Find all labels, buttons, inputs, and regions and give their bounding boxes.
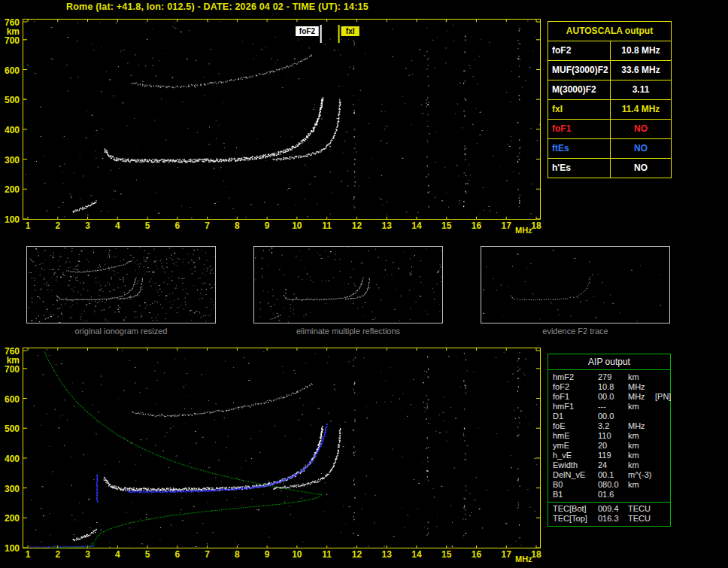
aip-param-name: B0 xyxy=(553,480,598,490)
param-value: NO xyxy=(611,120,671,138)
y-tick-label: 600 xyxy=(5,394,20,405)
param-label: foF2 xyxy=(548,41,611,60)
aip-param-value: 080.0 xyxy=(598,480,628,490)
param-label: MUF(3000)F2 xyxy=(548,61,611,80)
param-value: 33.6 MHz xyxy=(611,61,671,80)
aip-param-value: 009.4 xyxy=(598,504,628,514)
aip-param-value: 24 xyxy=(598,460,628,470)
aip-param-value: 01.6 xyxy=(598,490,628,500)
x-tick-label: 7 xyxy=(199,549,216,560)
param-value: NO xyxy=(611,159,671,178)
svg-text:foF2: foF2 xyxy=(299,27,316,35)
aip-param-unit: TECU xyxy=(628,504,655,514)
x-tick-label: 8 xyxy=(229,549,245,560)
top-plot-x-axis: 123456789101112131415161718MHz xyxy=(23,220,549,232)
aip-param-name: Ewidth xyxy=(553,460,598,470)
aip-param-name: DelN_vE xyxy=(553,470,598,480)
aip-param-extra xyxy=(655,470,670,480)
aip-param-name: h_vE xyxy=(553,451,598,460)
x-tick-label: 1 xyxy=(20,220,36,231)
aip-row: ymE20km xyxy=(548,441,670,451)
aip-param-unit: km xyxy=(628,372,655,382)
thumbnail-f2-trace-evidence xyxy=(481,246,670,323)
aip-param-value: 119 xyxy=(598,451,628,460)
aip-param-value: 110 xyxy=(598,431,628,441)
aip-row: hmF1---km xyxy=(548,402,670,412)
aip-param-extra xyxy=(655,421,670,431)
aip-row: B0080.0km xyxy=(548,480,670,490)
aip-param-extra xyxy=(655,412,670,421)
x-tick-label: 13 xyxy=(378,220,395,231)
param-value: 10.8 MHz xyxy=(611,41,671,60)
y-axis-unit-label: km xyxy=(7,26,20,37)
aip-row: hmF2279km xyxy=(548,372,670,382)
x-tick-label: 4 xyxy=(109,549,126,560)
aip-row: TEC[Bot]009.4TECU xyxy=(548,504,670,514)
aip-param-unit xyxy=(628,490,655,500)
aip-row: foF100.0MHz[PN] xyxy=(548,392,670,402)
aip-row: TEC[Top]016.3TECU xyxy=(548,514,670,524)
svg-text:fxI: fxI xyxy=(346,27,355,35)
x-tick-label: 1 xyxy=(20,549,36,560)
aip-row: h_vE119km xyxy=(548,451,670,460)
aip-param-unit: MHz xyxy=(628,382,655,392)
aip-param-unit: km xyxy=(628,402,655,412)
aip-param-value: 016.3 xyxy=(598,514,628,524)
y-tick-label: 200 xyxy=(5,184,20,195)
autoscala-row: h'EsNO xyxy=(548,159,671,178)
aip-param-extra xyxy=(655,514,670,524)
aip-param-unit xyxy=(628,412,655,421)
aip-param-name: hmF1 xyxy=(553,402,598,412)
aip-param-extra xyxy=(655,382,670,392)
aip-tec-rows: TEC[Bot]009.4TECUTEC[Top]016.3TECU xyxy=(548,502,670,526)
aip-param-unit: MHz xyxy=(628,392,655,402)
param-value: NO xyxy=(611,139,671,158)
x-tick-label: 14 xyxy=(408,220,425,231)
x-tick-label: 6 xyxy=(169,549,186,560)
aip-param-name: foF2 xyxy=(553,382,598,392)
aip-param-extra xyxy=(655,431,670,441)
top-plot-y-axis: 100200300400500600700760km xyxy=(0,19,21,220)
autoscala-row: foF1NO xyxy=(548,120,671,139)
aip-param-extra xyxy=(655,402,670,412)
x-tick-label: 4 xyxy=(109,220,126,231)
autoscala-row: foF210.8 MHz xyxy=(548,41,671,61)
aip-table-rows: hmF2279kmfoF210.8MHzfoF100.0MHz[PN]hmF1-… xyxy=(548,370,670,500)
y-tick-label: 200 xyxy=(5,513,20,524)
x-axis-unit-label: MHz xyxy=(515,226,532,235)
x-tick-label: 2 xyxy=(50,549,66,560)
bottom-plot-x-axis: 123456789101112131415161718MHz xyxy=(23,549,549,561)
autoscala-output-table: AUTOSCALA output foF210.8 MHzMUF(3000)F2… xyxy=(548,21,672,178)
aip-row: Ewidth24km xyxy=(548,460,670,470)
thumbnail-caption-1: original ionogram resized xyxy=(26,327,216,336)
autoscala-table-header: AUTOSCALA output xyxy=(548,22,671,41)
aip-table-header: AIP output xyxy=(548,354,670,370)
bottom-plot-y-axis: 100200300400500600700760km xyxy=(0,348,21,548)
aip-row: D100.0 xyxy=(548,412,670,421)
x-tick-label: 16 xyxy=(468,220,484,231)
x-tick-label: 9 xyxy=(259,549,275,560)
aip-param-unit: km xyxy=(628,431,655,441)
x-tick-label: 10 xyxy=(289,549,305,560)
x-axis-unit-label: MHz xyxy=(515,554,532,563)
x-tick-label: 14 xyxy=(408,549,425,560)
x-tick-label: 13 xyxy=(378,549,395,560)
autoscala-table-rows: foF210.8 MHzMUF(3000)F233.6 MHzM(3000)F2… xyxy=(548,41,671,178)
y-tick-label: 600 xyxy=(5,65,20,76)
x-tick-label: 17 xyxy=(498,220,514,231)
y-tick-label: 300 xyxy=(5,155,20,166)
aip-param-value: --- xyxy=(598,402,628,412)
aip-param-name: TEC[Bot] xyxy=(553,504,598,514)
param-label: ftEs xyxy=(548,139,611,158)
x-tick-label: 6 xyxy=(169,220,186,231)
aip-param-unit: TECU xyxy=(628,514,655,524)
y-tick-label: 300 xyxy=(5,484,20,494)
x-tick-label: 10 xyxy=(289,220,305,231)
aip-param-name: hmF2 xyxy=(553,372,598,382)
aip-param-name: hmE xyxy=(553,431,598,441)
aip-output-table: AIP output hmF2279kmfoF210.8MHzfoF100.0M… xyxy=(548,354,671,527)
x-tick-label: 5 xyxy=(139,549,156,560)
x-tick-label: 3 xyxy=(80,549,96,560)
aip-param-extra xyxy=(655,460,670,470)
param-value: 3.11 xyxy=(611,80,671,99)
